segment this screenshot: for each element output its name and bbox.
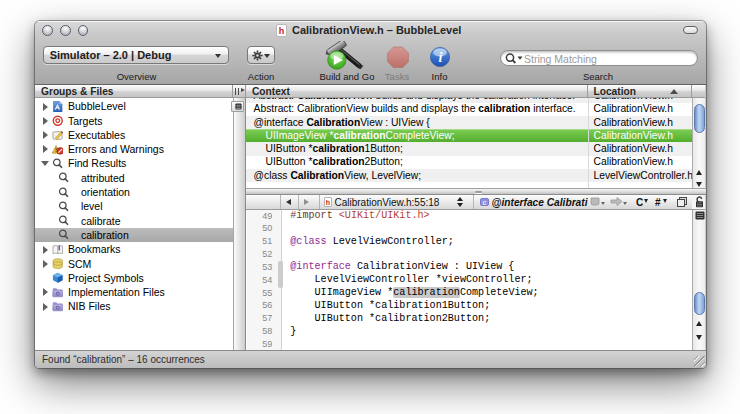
svg-text:i: i: [438, 50, 442, 65]
